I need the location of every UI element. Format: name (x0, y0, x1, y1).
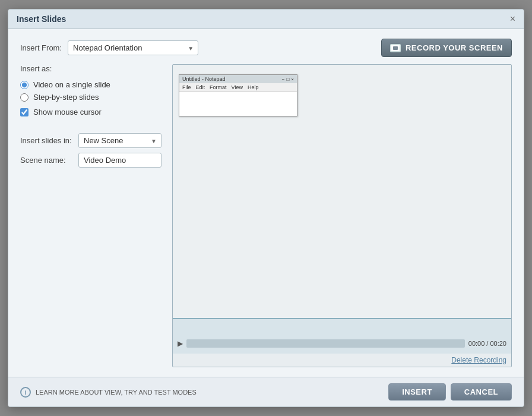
radio-video-single-slide[interactable]: Video on a single slide (20, 80, 163, 89)
insert-from-group: Insert From: Notepad Orientation Screen … (20, 40, 198, 55)
preview-area: Untitled - Notepad − □ × File Edit Forma… (173, 65, 511, 318)
main-content: Insert as: Video on a single slide Step-… (20, 64, 512, 367)
scene-name-label: Scene name: (20, 156, 74, 165)
insert-as-radio-group: Video on a single slide Step-by-step sli… (20, 80, 163, 116)
radio-step-by-step[interactable]: Step-by-step slides (20, 93, 163, 102)
notepad-menu: File Edit Format View Help (179, 83, 297, 92)
progress-bar-row: ▶ 00:00 / 00:20 (178, 339, 506, 348)
notepad-window: Untitled - Notepad − □ × File Edit Forma… (179, 74, 297, 116)
insert-from-label: Insert From: (20, 43, 62, 52)
radio-step-label: Step-by-step slides (33, 93, 99, 102)
footer-info-text: LEARN MORE ABOUT VIEW, TRY AND TEST MODE… (36, 389, 197, 396)
notepad-maximize: □ (286, 77, 289, 82)
insert-slides-in-dropdown-wrapper: New Scene Current Scene ▼ (78, 133, 162, 148)
video-controls-area: ▶ 00:00 / 00:20 (173, 318, 511, 354)
top-row: Insert From: Notepad Orientation Screen … (20, 39, 512, 57)
dialog-body: Insert From: Notepad Orientation Screen … (8, 29, 524, 377)
scene-name-input[interactable] (78, 153, 162, 168)
insert-slides-in-group: Insert slides in: New Scene Current Scen… (20, 133, 163, 168)
record-screen-button[interactable]: RECORD YOUR SCREEN (381, 39, 512, 57)
insert-slides-in-row: Insert slides in: New Scene Current Scen… (20, 133, 163, 148)
scene-name-row: Scene name: (20, 153, 163, 168)
insert-from-select[interactable]: Notepad Orientation Screen Recording (68, 40, 198, 55)
record-screen-label: RECORD YOUR SCREEN (406, 43, 503, 52)
insert-as-label: Insert as: (20, 64, 163, 73)
left-panel: Insert as: Video on a single slide Step-… (20, 64, 163, 367)
info-icon: i (20, 387, 31, 398)
show-cursor-checkbox[interactable] (20, 108, 28, 116)
notepad-controls: − □ × (282, 77, 294, 82)
notepad-titlebar: Untitled - Notepad − □ × (179, 75, 297, 83)
notepad-menu-format: Format (210, 84, 227, 90)
play-button[interactable]: ▶ (178, 339, 183, 348)
radio-step-input[interactable] (20, 93, 28, 102)
dialog-title: Insert Slides (17, 14, 66, 24)
progress-bar[interactable] (186, 339, 465, 348)
close-button[interactable]: × (510, 14, 515, 24)
notepad-menu-file: File (182, 84, 191, 90)
notepad-content (179, 92, 297, 116)
notepad-close: × (291, 77, 294, 82)
show-cursor-checkbox-item[interactable]: Show mouse cursor (20, 108, 163, 116)
radio-video-label: Video on a single slide (33, 80, 110, 89)
notepad-menu-view: View (232, 84, 243, 90)
cancel-button[interactable]: CANCEL (451, 383, 512, 401)
footer-info: i LEARN MORE ABOUT VIEW, TRY AND TEST MO… (20, 387, 197, 398)
time-display: 00:00 / 00:20 (468, 340, 506, 347)
delete-recording-link[interactable]: Delete Recording (173, 354, 511, 367)
radio-video-input[interactable] (20, 81, 28, 89)
show-cursor-label: Show mouse cursor (33, 108, 102, 116)
insert-slides-dialog: Insert Slides × Insert From: Notepad Ori… (8, 9, 524, 407)
notepad-menu-edit: Edit (196, 84, 205, 90)
insert-slides-in-select[interactable]: New Scene Current Scene (78, 133, 162, 148)
insert-button[interactable]: INSERT (388, 383, 446, 401)
insert-from-dropdown-wrapper: Notepad Orientation Screen Recording ▼ (68, 40, 198, 55)
notepad-title-text: Untitled - Notepad (182, 76, 226, 82)
notepad-menu-help: Help (248, 84, 259, 90)
dialog-footer: i LEARN MORE ABOUT VIEW, TRY AND TEST MO… (8, 377, 524, 406)
notepad-minimize: − (282, 77, 285, 82)
footer-buttons: INSERT CANCEL (388, 383, 512, 401)
dialog-title-bar: Insert Slides × (8, 10, 524, 29)
record-icon (390, 44, 401, 52)
insert-slides-in-label: Insert slides in: (20, 136, 74, 145)
preview-panel: Untitled - Notepad − □ × File Edit Forma… (172, 64, 512, 367)
